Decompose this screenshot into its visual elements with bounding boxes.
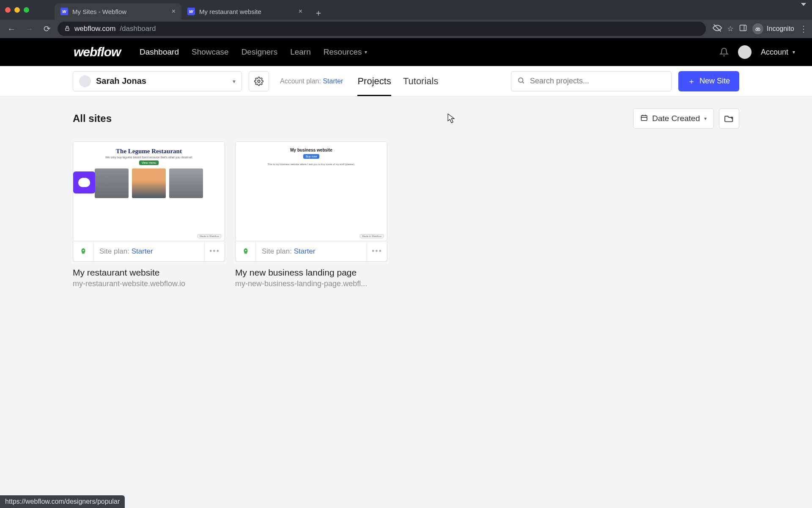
search-icon (517, 77, 525, 86)
app-topnav: webflow Dashboard Showcase Designers Lea… (0, 38, 812, 66)
new-folder-button[interactable] (719, 108, 739, 129)
thumb-cta: View menu (139, 160, 159, 165)
panel-icon[interactable] (739, 24, 747, 34)
svg-point-7 (518, 78, 523, 83)
workspace-name: Sarah Jonas (96, 76, 146, 86)
incognito-indicator[interactable]: Incognito (752, 23, 794, 34)
site-title[interactable]: My restaurant website (73, 268, 225, 278)
card-menu-button[interactable]: ••• (367, 241, 387, 261)
eye-off-icon[interactable] (713, 23, 722, 35)
browser-tab[interactable]: My Sites - Webflow × (55, 3, 181, 19)
nav-dashboard[interactable]: Dashboard (140, 47, 179, 57)
made-in-badge: Made in Webflow (198, 234, 221, 238)
bell-icon[interactable] (719, 47, 729, 57)
site-plan: Site plan: Starter (256, 247, 367, 256)
status-bar-link: https://webflow.com/designers/popular (0, 495, 125, 508)
avatar[interactable] (738, 45, 752, 59)
account-plan: Account plan: Starter (280, 77, 343, 85)
svg-line-8 (522, 82, 524, 83)
content-area: All sites Date Created ▾ The Legume Rest… (0, 97, 812, 508)
webflow-logo[interactable]: webflow (74, 45, 121, 59)
account-label: Account (761, 48, 788, 57)
nav-resources-label: Resources (324, 47, 362, 57)
site-url[interactable]: my-new-business-landing-page.webfl... (235, 279, 387, 288)
site-card: My business website Buy now This is my b… (235, 141, 387, 288)
workspace-bar: Sarah Jonas ▾ Account plan: Starter Proj… (0, 66, 812, 97)
browser-toolbar: ← → ⟳ webflow.com/dashboard ☆ Incognito (0, 19, 812, 38)
window-fullscreen-icon[interactable] (24, 7, 29, 13)
plan-label: Site plan: (99, 247, 129, 255)
card-menu-button[interactable]: ••• (204, 241, 225, 261)
rocket-icon[interactable] (73, 241, 93, 261)
site-thumbnail[interactable]: The Legume Restaurant We only buy legume… (73, 141, 225, 241)
page-title: All sites (73, 113, 112, 124)
browser-tabs: My Sites - Webflow × My restaurant websi… (55, 0, 325, 19)
svg-rect-2 (740, 25, 746, 30)
tab-close-icon[interactable]: × (299, 8, 302, 15)
browser-tab[interactable]: My restaurant website × (181, 3, 308, 19)
tab-overflow-icon[interactable] (801, 3, 806, 13)
svg-point-16 (245, 250, 246, 251)
window-minimize-icon[interactable] (14, 7, 20, 13)
sort-label: Date Created (652, 114, 700, 123)
address-host: webflow.com (74, 25, 115, 33)
browser-menu-icon[interactable]: ⋮ (799, 24, 808, 34)
content-header: All sites Date Created ▾ (73, 108, 739, 129)
tab-title: My Sites - Webflow (72, 8, 126, 15)
svg-point-5 (758, 29, 760, 31)
chevron-down-icon: ▾ (365, 49, 367, 55)
address-path: /dashboard (120, 25, 156, 33)
lock-icon (64, 25, 70, 33)
thumb-heading: My business website (241, 148, 382, 152)
nav-learn[interactable]: Learn (290, 47, 311, 57)
plan-label: Site plan: (262, 247, 292, 255)
plan-value[interactable]: Starter (132, 247, 153, 255)
card-footer: Site plan: Starter ••• (235, 241, 387, 262)
site-cards: The Legume Restaurant We only buy legume… (73, 141, 739, 288)
browser-titlebar: My Sites - Webflow × My restaurant websi… (0, 0, 812, 19)
plan-value[interactable]: Starter (323, 77, 343, 85)
site-card: The Legume Restaurant We only buy legume… (73, 141, 225, 288)
search-box[interactable] (511, 71, 672, 91)
tab-close-icon[interactable]: × (172, 8, 176, 15)
tab-favicon-icon (187, 8, 195, 15)
chevron-down-icon: ▾ (704, 116, 707, 121)
search-input[interactable] (530, 77, 665, 86)
nav-back-button[interactable]: ← (4, 22, 19, 36)
svg-point-4 (756, 29, 758, 31)
account-menu[interactable]: Account ▾ (761, 48, 795, 57)
titlebar-right (801, 6, 812, 14)
overlay-badge-icon (73, 171, 95, 193)
plan-label: Account plan: (280, 77, 321, 85)
thumb-description: This is my business website where I ask … (241, 163, 382, 166)
sort-selector[interactable]: Date Created ▾ (633, 108, 714, 129)
new-site-label: New Site (700, 77, 730, 86)
site-thumbnail[interactable]: My business website Buy now This is my b… (235, 141, 387, 241)
nav-resources[interactable]: Resources ▾ (324, 47, 367, 57)
thumb-heading: The Legume Restaurant (78, 148, 219, 155)
toolbar-right-icons: ☆ Incognito ⋮ (709, 23, 808, 35)
nav-designers[interactable]: Designers (241, 47, 278, 57)
tab-title: My restaurant website (199, 8, 261, 15)
settings-button[interactable] (249, 71, 269, 91)
tab-favicon-icon (60, 8, 68, 15)
nav-showcase[interactable]: Showcase (192, 47, 229, 57)
window-close-icon[interactable] (5, 7, 11, 13)
new-tab-button[interactable]: ＋ (312, 6, 325, 19)
star-icon[interactable]: ☆ (727, 24, 734, 33)
workspace-selector[interactable]: Sarah Jonas ▾ (73, 71, 242, 91)
tab-projects[interactable]: Projects (357, 66, 391, 96)
tab-tutorials[interactable]: Tutorials (403, 66, 439, 96)
topnav-links: Dashboard Showcase Designers Learn Resou… (140, 47, 367, 57)
plan-value[interactable]: Starter (294, 247, 315, 255)
rocket-icon[interactable] (236, 241, 256, 261)
thumb-cta: Buy now (303, 154, 320, 159)
made-in-badge: Made in Webflow (360, 234, 384, 238)
nav-forward-button[interactable]: → (22, 22, 36, 36)
nav-reload-button[interactable]: ⟳ (40, 22, 54, 36)
address-bar[interactable]: webflow.com/dashboard (58, 22, 706, 36)
new-site-button[interactable]: ＋ New Site (678, 71, 739, 91)
site-url[interactable]: my-restaurant-website.webflow.io (73, 279, 225, 288)
site-title[interactable]: My new business landing page (235, 268, 387, 278)
incognito-icon (752, 23, 763, 34)
